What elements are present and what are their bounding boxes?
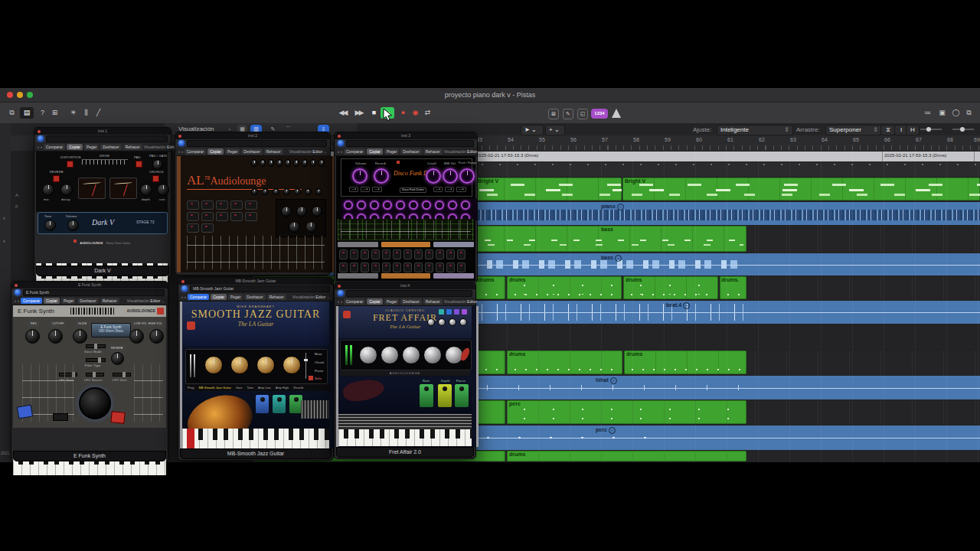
- redo-button[interactable]: Rehacer: [100, 298, 119, 304]
- color-chips[interactable]: [439, 309, 467, 315]
- rewind-button[interactable]: ◀◀: [337, 107, 348, 119]
- zoom-slider-h[interactable]: [952, 129, 974, 130]
- filter-type-slider[interactable]: [86, 358, 106, 362]
- compare-button[interactable]: Comparar: [21, 298, 42, 304]
- compare-button[interactable]: Comparar: [344, 298, 365, 305]
- paste-button[interactable]: Pegar: [228, 294, 243, 300]
- piano-keyboard[interactable]: [338, 429, 472, 446]
- copy-button[interactable]: Copiar: [211, 294, 227, 300]
- midi-region[interactable]: Bright V: [622, 178, 980, 201]
- preset-dropdown[interactable]: [46, 135, 168, 142]
- midi-region[interactable]: drums: [623, 276, 718, 299]
- notes-icon[interactable]: ▣: [936, 107, 948, 119]
- midi-region[interactable]: drums: [507, 276, 622, 299]
- lfo-source-slider[interactable]: [86, 373, 104, 377]
- pedal-green[interactable]: [420, 384, 433, 407]
- solo-button[interactable]: [309, 376, 313, 380]
- reverb-slider[interactable]: [305, 353, 306, 379]
- compare-button[interactable]: Comparar: [188, 294, 209, 300]
- midi-region[interactable]: perc: [507, 400, 746, 424]
- al-knob[interactable]: [296, 206, 307, 217]
- disclosure-chevron[interactable]: ›: [3, 238, 5, 245]
- preset-dropdown[interactable]: MB-Smooth Jazz Guitar: [190, 285, 330, 292]
- paste-button[interactable]: Pegar: [61, 298, 76, 304]
- pointer-tool-button[interactable]: ➤ ⌄: [521, 125, 544, 135]
- drawbar-sliders[interactable]: [187, 236, 325, 269]
- pencil-tool-icon[interactable]: ✎: [563, 109, 573, 119]
- low-latency-icon[interactable]: ☀: [67, 107, 79, 119]
- undo-button[interactable]: Deshacer: [400, 298, 421, 305]
- cycle-record-icon[interactable]: ◉: [410, 107, 421, 119]
- plugin-window-fret-affair[interactable]: inst 4 ‹› Comparar Copiar Pegar Deshacer…: [334, 282, 476, 459]
- fader-bank-right[interactable]: [134, 364, 163, 422]
- close-icon[interactable]: [38, 130, 41, 133]
- drag-dropdown[interactable]: Superponer ⇕: [825, 125, 882, 135]
- al-knob[interactable]: [281, 206, 292, 217]
- copy-button[interactable]: Copiar: [67, 144, 83, 150]
- zoom-horizontal-icon[interactable]: H: [906, 125, 920, 135]
- zoom-slider-v[interactable]: [920, 129, 942, 130]
- prev-preset-icon[interactable]: ‹: [178, 149, 180, 154]
- prev-preset-icon[interactable]: ‹: [338, 299, 339, 304]
- pad-grid[interactable]: [338, 249, 477, 273]
- pad-button[interactable]: [136, 161, 142, 168]
- pencil-icon[interactable]: ╱: [93, 107, 104, 119]
- tone-knob[interactable]: [230, 356, 249, 374]
- next-preset-icon[interactable]: ›: [185, 295, 186, 299]
- plugin-window-titlebar[interactable]: E Funk Synth: [11, 282, 168, 289]
- mixer-icon[interactable]: ⫼: [80, 107, 92, 119]
- preset-dropdown[interactable]: E Funk Synth: [23, 289, 165, 296]
- compare-button[interactable]: Comparar: [344, 148, 365, 155]
- loop-browser-icon[interactable]: ◯: [950, 107, 962, 119]
- redo-button[interactable]: Rehacer: [267, 294, 286, 300]
- preset-dropdown[interactable]: [346, 140, 474, 147]
- distortion-button[interactable]: [67, 161, 74, 168]
- lowvol-knob[interactable]: [129, 329, 144, 344]
- amp-high-knob[interactable]: [283, 356, 301, 374]
- push-range-knob[interactable]: [459, 168, 475, 184]
- reverb-mix-knob[interactable]: [42, 184, 54, 196]
- prev-preset-icon[interactable]: ‹: [15, 298, 16, 303]
- plugin-window-titlebar[interactable]: MB-Smooth Jazz Guitar: [178, 278, 333, 285]
- pedal-green[interactable]: [455, 384, 469, 407]
- al-knob[interactable]: [289, 221, 300, 233]
- view-selector[interactable]: Visualización Editor ⌄: [444, 149, 482, 154]
- next-preset-icon[interactable]: ›: [41, 145, 42, 149]
- midi-region[interactable]: drums: [507, 451, 746, 461]
- big-knob[interactable]: [79, 387, 111, 419]
- volume-knob[interactable]: [67, 220, 79, 231]
- plugin-window-titlebar[interactable]: inst 1: [34, 128, 171, 135]
- pedal-teal[interactable]: [273, 395, 286, 413]
- erase-icon[interactable]: ⊠: [548, 109, 559, 119]
- chorus-depth-knob[interactable]: [140, 184, 152, 196]
- next-preset-icon[interactable]: ›: [181, 149, 183, 154]
- plugin-window-disco-funk[interactable]: inst 3 ‹› Comparar Copiar Pegar Deshacer…: [334, 132, 478, 283]
- lfo-dest-slider[interactable]: [113, 373, 131, 377]
- al-knob[interactable]: [312, 206, 322, 217]
- paste-button[interactable]: Pegar: [225, 148, 240, 155]
- redo-button[interactable]: Rehacer: [423, 148, 443, 155]
- quick-help-icon[interactable]: ?: [37, 107, 48, 119]
- next-preset-icon[interactable]: ›: [18, 298, 19, 303]
- chorus-button[interactable]: [152, 175, 159, 182]
- midi-region[interactable]: drums.: [720, 276, 746, 299]
- plugin-window-efunk[interactable]: E Funk Synth E Funk Synth ‹› Comparar Co…: [11, 281, 168, 463]
- forward-button[interactable]: ▶▶: [353, 107, 364, 119]
- solo-mode-icon[interactable]: ◱: [577, 109, 588, 119]
- loop-icon[interactable]: ⇄: [422, 107, 433, 119]
- power-icon[interactable]: [15, 289, 21, 295]
- reverb-knob[interactable]: [111, 352, 124, 365]
- cutoff-knob[interactable]: [426, 168, 441, 184]
- knob-row-top[interactable]: [251, 159, 325, 171]
- power-icon[interactable]: [338, 140, 344, 146]
- media-browser-icon[interactable]: ⧉: [963, 107, 975, 119]
- plugin-window-dark-v[interactable]: inst 1 ‹› Comparar Copiar Pegar Deshacer…: [34, 127, 172, 278]
- close-icon[interactable]: [338, 285, 341, 288]
- fret-knob[interactable]: [381, 346, 399, 364]
- undo-button[interactable]: Deshacer: [244, 294, 265, 300]
- plugin-window-titlebar[interactable]: inst 4: [335, 282, 475, 289]
- plugin-window-titlebar[interactable]: inst 3: [335, 132, 477, 139]
- midi-region[interactable]: drums: [624, 350, 746, 374]
- disclosure-chevron[interactable]: ›: [3, 215, 5, 222]
- mini-knobs[interactable]: [427, 318, 467, 326]
